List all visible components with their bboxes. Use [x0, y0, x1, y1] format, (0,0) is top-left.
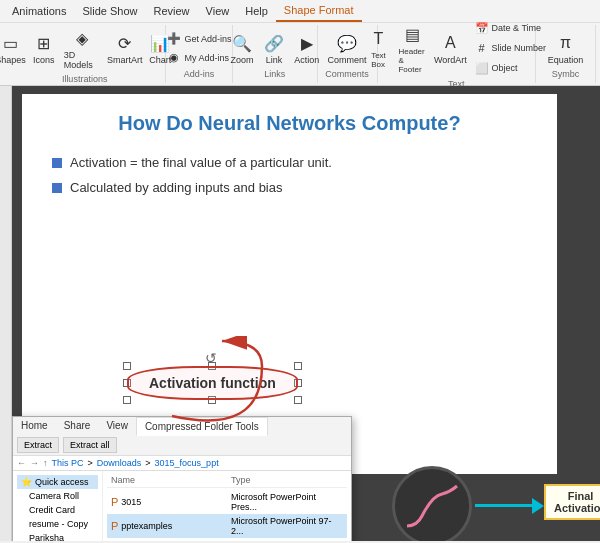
arrow-right — [475, 504, 535, 507]
icons-label: Icons — [33, 55, 55, 65]
ribbon-group-addins: ➕ Get Add-ins ◉ My Add-ins Add-ins — [166, 25, 232, 83]
fe-tabs: Home Share View Compressed Folder Tools — [13, 417, 351, 435]
link-button[interactable]: 🔗 Link — [260, 29, 288, 67]
icons-icon: ⊞ — [32, 31, 56, 55]
header-footer-label: Header& Footer — [398, 47, 427, 74]
sidebar-pariksha[interactable]: Pariksha — [25, 531, 98, 541]
file-type-3015: Microsoft PowerPoint Pres... — [227, 492, 347, 512]
path-thispc[interactable]: This PC — [52, 458, 84, 468]
header-footer-icon: ▤ — [401, 23, 425, 47]
zoom-icon: 🔍 — [230, 31, 254, 55]
fe-tab-compressed[interactable]: Compressed Folder Tools — [136, 417, 268, 436]
comment-icon: 💬 — [335, 31, 359, 55]
handle-tr[interactable] — [294, 362, 302, 370]
handle-bl[interactable] — [123, 396, 131, 404]
handle-br[interactable] — [294, 396, 302, 404]
textbox-button[interactable]: T TextBox — [364, 25, 392, 71]
slide-title: How Do Neural Networks Compute? — [22, 94, 557, 145]
sidebar-resume[interactable]: resume - Copy — [25, 517, 98, 531]
icons-button[interactable]: ⊞ Icons — [30, 29, 58, 67]
nav-back[interactable]: ← — [17, 458, 26, 468]
slide-body: Activation = the final value of a partic… — [22, 145, 557, 215]
file-row-pptexamples[interactable]: P pptexamples Microsoft PowerPoint 97-2.… — [107, 514, 347, 538]
extract-all-button[interactable]: Extract all — [63, 437, 117, 453]
my-addins-icon: ◉ — [166, 50, 182, 66]
handle-tl[interactable] — [123, 362, 131, 370]
header-footer-button[interactable]: ▤ Header& Footer — [396, 21, 429, 76]
ppt-icon-3015: P — [111, 496, 118, 508]
equation-icon: π — [554, 31, 578, 55]
quickaccess-label: Quick access — [35, 477, 89, 487]
my-addins-button[interactable]: ◉ My Add-ins — [164, 49, 233, 67]
path-downloads[interactable]: Downloads — [97, 458, 142, 468]
fe-content: Name Type P 3015 Microsoft PowerPoint Pr… — [103, 471, 351, 541]
fe-table-header: Name Type — [107, 475, 347, 488]
comment-button[interactable]: 💬 Comment — [326, 29, 369, 67]
fe-tab-home[interactable]: Home — [13, 417, 56, 435]
action-label: Action — [294, 55, 319, 65]
selected-shape-container[interactable]: Activation function — [127, 366, 298, 400]
fe-tab-view[interactable]: View — [98, 417, 136, 435]
get-addins-button[interactable]: ➕ Get Add-ins — [164, 30, 233, 48]
rotation-handle[interactable]: ↺ — [205, 350, 217, 366]
file-row-3015[interactable]: P 3015 Microsoft PowerPoint Pres... — [107, 490, 347, 514]
ribbon-group-links: 🔍 Zoom 🔗 Link ▶ Action Links — [233, 25, 318, 83]
zoom-button[interactable]: 🔍 Zoom — [228, 29, 256, 67]
sidebar-creditcard[interactable]: Credit Card — [25, 503, 98, 517]
equation-button[interactable]: π Equation — [546, 29, 586, 67]
extract-button[interactable]: Extract — [17, 437, 59, 453]
textbox-label: TextBox — [371, 51, 386, 69]
bullet-text-2: Calculated by adding inputs and bias — [70, 180, 282, 195]
path-folder[interactable]: 3015_focus_ppt — [155, 458, 219, 468]
bullet-item-1: Activation = the final value of a partic… — [52, 155, 527, 170]
smartart-button[interactable]: ⟳ SmartArt — [107, 29, 142, 67]
file-name-3015: P 3015 — [107, 492, 227, 512]
object-label: Object — [492, 63, 518, 73]
tab-animations[interactable]: Animations — [4, 1, 74, 21]
date-time-label: Date & Time — [492, 23, 542, 33]
fe-ribbon: Home Share View Compressed Folder Tools … — [13, 417, 351, 456]
sidebar-quickaccess[interactable]: ⭐ Quick access — [17, 475, 98, 489]
nav-up[interactable]: ↑ — [43, 458, 48, 468]
slide-num-icon: # — [474, 40, 490, 56]
illustrations-label: Illustrations — [62, 74, 108, 84]
wordart-label: WordArt — [434, 55, 467, 65]
fe-tab-share[interactable]: Share — [56, 417, 99, 435]
desktop-label: Camera Roll — [29, 491, 79, 501]
wordart-icon: A — [438, 31, 462, 55]
tab-help[interactable]: Help — [237, 1, 276, 21]
my-addins-label: My Add-ins — [184, 53, 229, 63]
bullet-text-1: Activation = the final value of a partic… — [70, 155, 332, 170]
tab-view[interactable]: View — [198, 1, 238, 21]
final-activation-box: Final Activation — [544, 484, 600, 520]
comments-label: Comments — [325, 69, 369, 79]
quickaccess-icon: ⭐ — [21, 477, 32, 487]
ribbon: Animations Slide Show Review View Help S… — [0, 0, 600, 86]
3d-models-button[interactable]: ◈ 3D Models — [62, 24, 104, 72]
resume-label: resume - Copy — [29, 519, 88, 529]
wordart-button[interactable]: A WordArt — [433, 29, 468, 67]
arrow-head — [532, 498, 544, 514]
symbols-label: Symbc — [552, 69, 580, 79]
ribbon-group-text: T TextBox ▤ Header& Footer A WordArt 📅 D… — [378, 25, 536, 83]
nav-forward[interactable]: → — [30, 458, 39, 468]
slide-area: How Do Neural Networks Compute? Activati… — [12, 86, 600, 541]
link-icon: 🔗 — [262, 31, 286, 55]
ribbon-content: ▭ Shapes ⊞ Icons ◈ 3D Models ⟳ SmartArt … — [0, 23, 600, 85]
tab-shape-format[interactable]: Shape Format — [276, 0, 362, 22]
fe-sidebar: ⭐ Quick access Camera Roll Credit Card r… — [13, 471, 103, 541]
tab-review[interactable]: Review — [145, 1, 197, 21]
smartart-label: SmartArt — [107, 55, 143, 65]
textbox-icon: T — [366, 27, 390, 51]
file-label-3015: 3015 — [121, 497, 141, 507]
shapes-button[interactable]: ▭ Shapes — [0, 29, 26, 67]
fe-toolbar: Extract Extract all — [13, 435, 351, 455]
fe-path-bar: ← → ↑ This PC > Downloads > 3015_focus_p… — [13, 456, 351, 471]
tab-slideshow[interactable]: Slide Show — [74, 1, 145, 21]
shapes-label: Shapes — [0, 55, 26, 65]
file-label-pptexamples: pptexamples — [121, 521, 172, 531]
activation-circle — [392, 466, 472, 541]
ribbon-group-symbols: π Equation Symbc — [536, 25, 596, 83]
sidebar-desktop[interactable]: Camera Roll — [25, 489, 98, 503]
get-addins-label: Get Add-ins — [184, 34, 231, 44]
